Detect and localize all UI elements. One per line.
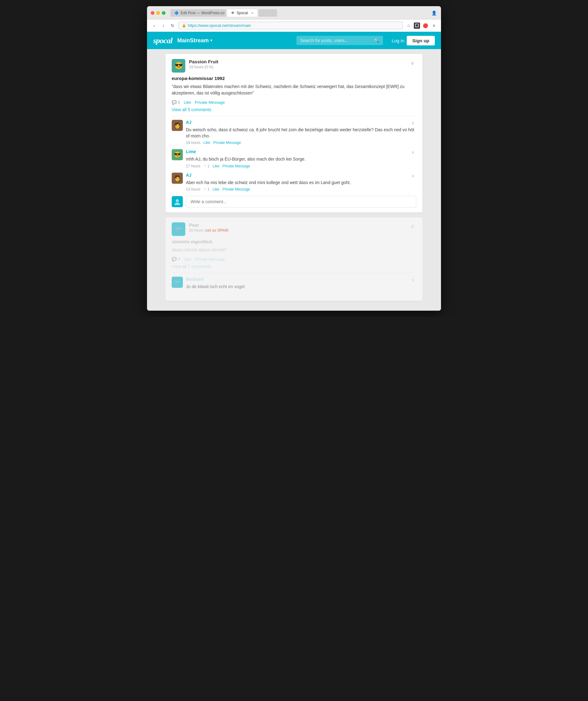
browser-titlebar: 🔷 Edit Post — WordPress.co ✕ 👁 Spocal ✕ …	[147, 6, 441, 19]
url-display: https://www.spocal.net/stream/main	[188, 23, 251, 28]
comment-content: Lime ∨ mhh AJ, du bisch ja EU-Bürger, al…	[186, 149, 416, 168]
extension-icon[interactable]: 🔳	[414, 23, 420, 29]
comment-count: 💬 7	[172, 257, 180, 262]
comment-pm-link[interactable]: Private Message	[222, 164, 250, 168]
stream-selector[interactable]: MainStream ▾	[177, 37, 212, 44]
comment-icon: 💬	[172, 100, 177, 105]
comment-text: Du weisch scho, dass d schwioz ca. 8 joh…	[186, 127, 416, 139]
site-content: spocal MainStream ▾ 🔍 Log in Sign up	[147, 32, 441, 311]
post-card: 😎 Passion Fruit 19 hours (0 %) ∨ europa-…	[166, 54, 422, 212]
comment-avatar: 🧑	[172, 173, 183, 184]
like-link[interactable]: Like	[184, 257, 191, 262]
comment-like-link[interactable]: Like	[204, 141, 210, 145]
like-count: ♡ 1	[204, 187, 210, 192]
svg-point-1	[175, 203, 180, 205]
comment-pm-link[interactable]: Private Message	[222, 187, 250, 192]
comment-time: 18 hours	[186, 141, 200, 145]
comment-avatar: 🐦	[172, 277, 183, 288]
comment-meta: 13 hours ♡ 1 Like Private Message	[186, 187, 416, 192]
comment-text: mhh AJ, du bisch ja EU-Bürger, also mach…	[186, 156, 416, 163]
maximize-button[interactable]	[162, 11, 166, 15]
tab-spocal[interactable]: 👁 Spocal ✕	[227, 9, 257, 17]
svg-point-0	[176, 199, 179, 202]
tab-icon: 🔷	[174, 11, 179, 15]
address-bar[interactable]: 🔒 https://www.spocal.net/stream/main	[179, 22, 403, 29]
post-author: Pear	[189, 222, 405, 228]
comment: 🧑 AJ ∨ Aber ech ha mis lebe ide schwiz o…	[172, 173, 416, 192]
post-title: stimmts eigentlich	[172, 239, 416, 244]
post-actions: 💬 7 Like Private Message	[172, 257, 416, 262]
comment-count: 💬 5	[172, 100, 180, 105]
tab-label: Spocal	[236, 11, 248, 15]
comment: 🐦 Mozhard ∨ Jo de kiiiwiii isch echt en …	[172, 277, 416, 291]
post-meta: Passion Fruit 19 hours (0 %)	[189, 59, 405, 69]
url-protocol: https://	[188, 23, 200, 28]
heart-icon: ♡	[204, 188, 207, 192]
browser-nav: ‹ › ↻ 🔒 https://www.spocal.net/stream/ma…	[147, 19, 441, 32]
like-link[interactable]: Like	[184, 100, 191, 105]
comment-content: Mozhard ∨ Jo de kiiiwiii isch echt en vo…	[186, 277, 416, 291]
collapse-comment-button[interactable]: ∨	[409, 277, 416, 283]
divider	[172, 273, 416, 273]
comment-author: AJ	[186, 120, 191, 125]
bookmark-icon[interactable]: ☆	[405, 22, 412, 29]
close-button[interactable]	[151, 11, 154, 15]
menu-icon[interactable]: ≡	[430, 22, 437, 29]
comment: 😎 Lime ∨ mhh AJ, du bisch ja EU-Bürger, …	[172, 149, 416, 168]
post-title: europa-kommissar 1992	[172, 76, 416, 81]
forward-button[interactable]: ›	[160, 22, 167, 29]
post-actions: 💬 5 Like Private Message	[172, 100, 416, 105]
avatar: 🐦	[172, 222, 185, 236]
post-body: dases stimmt dases stimmt?	[172, 247, 416, 253]
comment-header: AJ ∨	[186, 173, 416, 179]
comment-text: Jo de kiiiwiii isch echt en vogel	[186, 284, 416, 290]
divider	[172, 116, 416, 116]
comment-header: Lime ∨	[186, 149, 416, 155]
comment-number: 5	[178, 100, 180, 105]
search-input[interactable]	[300, 38, 372, 43]
reload-button[interactable]: ↻	[169, 22, 176, 29]
browser-actions: ☆ 🔳 🔴 ≡	[405, 22, 437, 29]
search-icon: 🔍	[374, 38, 379, 43]
comment-content: AJ ∨ Aber ech ha mis lebe ide schwiz ond…	[186, 173, 416, 192]
signup-button[interactable]: Sign up	[407, 36, 435, 45]
post-header: 🐦 Pear 20 hours (set as SPAM) ∨	[172, 222, 416, 236]
comment-time: 17 hours	[186, 164, 200, 168]
comment-meta: 17 hours ♡ 1 Like Private Message	[186, 164, 416, 168]
site-logo[interactable]: spocal	[153, 36, 172, 45]
collapse-comment-button[interactable]: ∨	[409, 173, 416, 179]
login-button[interactable]: Log in	[392, 38, 404, 43]
collapse-button[interactable]: ∨	[409, 222, 416, 230]
comment-input-row	[172, 196, 416, 208]
view-all-comments-link[interactable]: View all 7 comments	[172, 264, 416, 269]
comment-time: 13 hours	[186, 187, 200, 192]
post-time: 20 hours (set as SPAM)	[189, 228, 405, 233]
chevron-down-icon: ▾	[210, 38, 212, 43]
comment-pm-link[interactable]: Private Message	[213, 141, 241, 145]
tab-wordpress[interactable]: 🔷 Edit Post — WordPress.co ✕	[171, 9, 226, 17]
tab-new[interactable]	[258, 9, 277, 17]
comment-like-link[interactable]: Like	[212, 187, 219, 192]
auth-buttons: Log in Sign up	[392, 36, 435, 45]
private-message-link[interactable]: Private Message	[195, 257, 225, 262]
view-all-comments-link[interactable]: View all 5 comments	[172, 107, 416, 112]
private-message-link[interactable]: Private Message	[195, 100, 225, 105]
comment: 🧑 AJ ∨ Du weisch scho, dass d schwioz ca…	[172, 120, 416, 145]
post-header: 😎 Passion Fruit 19 hours (0 %) ∨	[172, 59, 416, 72]
comment-author: Lime	[186, 149, 196, 154]
comment-input[interactable]	[186, 196, 416, 208]
comment-like-link[interactable]: Like	[212, 164, 219, 168]
avatar: 😎	[172, 59, 185, 72]
comment-author: Mozhard	[186, 277, 204, 282]
spam-label: set as SPAM	[206, 228, 228, 233]
collapse-comment-button[interactable]: ∨	[409, 149, 416, 155]
extension-icon-2[interactable]: 🔴	[422, 22, 429, 29]
url-path: /stream/main	[228, 23, 251, 28]
collapse-button[interactable]: ∨	[409, 59, 416, 67]
post-card-spam: 🐦 Pear 20 hours (set as SPAM) ∨ stimmts …	[166, 217, 422, 301]
collapse-comment-button[interactable]: ∨	[409, 120, 416, 126]
comment-number: 7	[178, 257, 180, 262]
back-button[interactable]: ‹	[151, 22, 158, 29]
minimize-button[interactable]	[156, 11, 160, 15]
tab-close-icon[interactable]: ✕	[251, 11, 253, 15]
